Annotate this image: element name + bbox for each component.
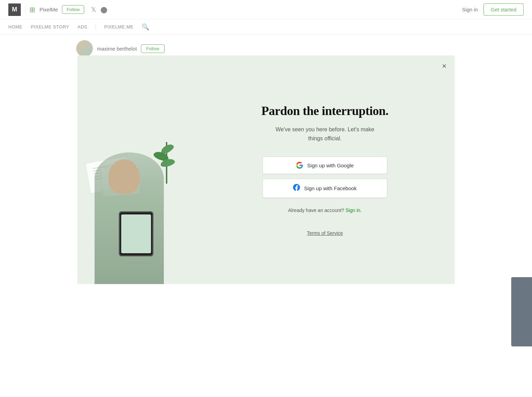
already-account-label: Already have an account? (288, 208, 344, 213)
auth-buttons: Sign up with Google Sign up with Faceboo… (263, 157, 387, 198)
modal-subtitle: We've seen you here before. Let's maketh… (275, 125, 374, 143)
modal-close-button[interactable]: × (442, 62, 446, 70)
modal-content: Pardon the interruption. We've seen you … (195, 55, 455, 284)
google-btn-label: Sign up with Google (307, 162, 354, 168)
modal-title: Pardon the interruption. (261, 104, 388, 118)
modal-illustration (77, 55, 195, 284)
facebook-icon (293, 184, 300, 193)
tablet (119, 211, 153, 256)
facebook-btn-label: Sign up with Facebook (304, 185, 357, 191)
signin-modal-link[interactable]: Sign in. (346, 208, 362, 213)
already-account-text: Already have an account? Sign in. (288, 208, 362, 213)
page-wrapper: M ⊞ PixelMe Follow 𝕏 ⬤ Sign in Get start… (0, 0, 532, 397)
tablet-screen (121, 214, 151, 253)
google-icon (296, 162, 303, 169)
facebook-signup-button[interactable]: Sign up with Facebook (263, 179, 387, 198)
person-head (108, 159, 140, 194)
modal: × (77, 55, 455, 284)
terms-of-service-link[interactable]: Terms of Service (307, 230, 343, 236)
illustration-figure (84, 139, 188, 284)
modal-overlay: × (0, 0, 532, 397)
google-signup-button[interactable]: Sign up with Google (263, 157, 387, 174)
